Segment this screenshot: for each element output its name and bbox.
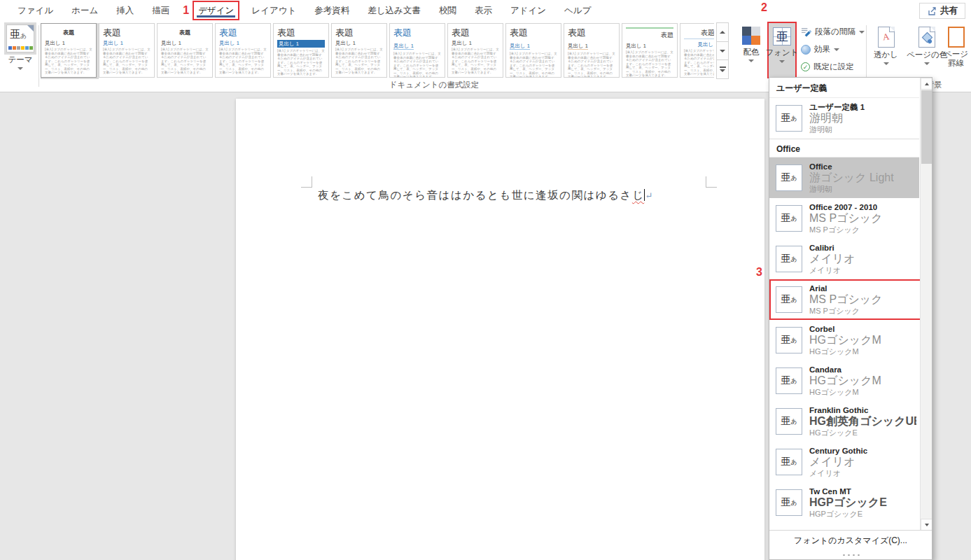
themes-button[interactable]: 亜あ テーマ bbox=[6, 24, 34, 70]
menu-tab-参考資料[interactable]: 参考資料 bbox=[305, 0, 358, 21]
style-set-thumbnail-7[interactable]: 表題見出し 1[挿入] タブのギャラリーには、文書全体の体裁に合わせて調整するた… bbox=[389, 23, 445, 78]
paragraph-spacing-button[interactable]: 段落の間隔 bbox=[801, 27, 865, 37]
menu-tab-挿入[interactable]: 挿入 bbox=[107, 0, 143, 21]
page-color-icon bbox=[918, 27, 935, 48]
share-label: 共有 bbox=[940, 5, 958, 17]
style-set-thumbnail-9[interactable]: 表題見出し 1[挿入] タブのギャラリーには、文書全体の体裁に合わせて調整するた… bbox=[505, 23, 561, 78]
menu-bar: ファイルホーム挿入描画1デザインレイアウト参考資料差し込み文書校閲表示アドインヘ… bbox=[0, 0, 971, 21]
style-set-thumbnail-4[interactable]: 表題見出し 1[挿入] タブのギャラリーには、文書全体の体裁に合わせて調整するた… bbox=[215, 23, 271, 78]
theme-colors-button[interactable]: 配色 bbox=[742, 27, 760, 62]
font-section-header: ユーザー定義 bbox=[769, 78, 919, 98]
document-page[interactable]: 夜をこめて鳥のそら音ははかるとも世に逢坂の関はゆるさじ↵ bbox=[236, 99, 764, 560]
theme-fonts-button[interactable]: 亜 フォント bbox=[767, 22, 797, 78]
menu-tab-ファイル[interactable]: ファイル bbox=[8, 0, 62, 21]
thumbnail-heading: 見出し 1 bbox=[335, 40, 383, 46]
set-default-label: 既定に設定 bbox=[813, 62, 854, 72]
chevron-down-icon bbox=[18, 67, 23, 70]
scroll-down-button[interactable] bbox=[921, 519, 932, 530]
menu-tab-表示[interactable]: 表示 bbox=[466, 0, 501, 21]
style-set-thumbnail-1[interactable]: 表題見出し 1[挿入] タブのギャラリーには、文書全体の体裁に合わせて調整するた… bbox=[41, 23, 97, 78]
style-set-thumbnail-11[interactable]: 表題見出し 1[挿入] タブのギャラリーには、文書全体の体裁に合わせて調整するた… bbox=[622, 23, 678, 78]
font-set-item-Calibri[interactable]: 亜あCalibriメイリオメイリオ bbox=[769, 239, 919, 279]
thumbnail-body-text: [挿入] タブのギャラリーには、文書全体の体裁に合わせて調整するためのアイテムが… bbox=[103, 48, 151, 75]
thumbnail-heading: 見出し 1 bbox=[393, 43, 414, 50]
font-set-item-Office[interactable]: 亜あOffice游ゴシック Light游明朝 bbox=[769, 158, 919, 198]
resize-grip[interactable] bbox=[769, 551, 932, 559]
font-secondary-sample: MS Pゴシック bbox=[809, 307, 883, 315]
effects-button[interactable]: 効果 bbox=[801, 44, 839, 55]
style-set-thumbnail-10[interactable]: 表題見出し 1[挿入] タブのギャラリーには、文書全体の体裁に合わせて調整するた… bbox=[564, 23, 620, 78]
font-secondary-sample: メイリオ bbox=[809, 266, 855, 274]
menu-tab-デザイン[interactable]: デザイン bbox=[193, 1, 239, 20]
font-set-name: Corbel bbox=[809, 325, 881, 334]
menu-tab-ホーム[interactable]: ホーム bbox=[62, 0, 107, 21]
menu-tab-アドイン[interactable]: アドイン bbox=[501, 0, 555, 21]
palette-swatch bbox=[751, 36, 760, 45]
scroll-up-button[interactable] bbox=[921, 78, 932, 90]
font-set-item-Franklin-Gothic[interactable]: 亜あFranklin GothicHG創英角ゴシックUBHGゴシックE bbox=[769, 401, 919, 442]
scrollbar[interactable] bbox=[920, 78, 932, 530]
font-secondary-sample: HGゴシックM bbox=[809, 347, 881, 356]
thumbnail-heading: 見出し 1 bbox=[45, 40, 92, 46]
menu-tab-描画[interactable]: 描画 bbox=[143, 0, 179, 21]
font-set-name: Tw Cen MT bbox=[809, 487, 887, 496]
thumbnail-title: 表題 bbox=[452, 27, 499, 38]
page-color-button[interactable]: ページの色 bbox=[907, 27, 947, 65]
share-button[interactable]: 共有 bbox=[919, 3, 965, 19]
menu-tab-差し込み文書[interactable]: 差し込み文書 bbox=[358, 0, 430, 21]
font-set-name: ユーザー定義 1 bbox=[809, 103, 865, 112]
triangle-up-icon bbox=[720, 31, 725, 34]
triangle-up-icon bbox=[925, 83, 929, 85]
chevron-down-icon bbox=[748, 59, 754, 62]
font-set-item-Corbel[interactable]: 亜あCorbelHGゴシックMHGゴシックM bbox=[769, 320, 919, 360]
font-set-item-ユーザー定義-1[interactable]: 亜あユーザー定義 1游明朝游明朝 bbox=[769, 98, 919, 139]
font-set-name: Century Gothic bbox=[809, 447, 867, 456]
style-set-thumbnail-5[interactable]: 表題見出し 1[挿入] タブのギャラリーには、文書全体の体裁に合わせて調整するた… bbox=[273, 23, 329, 78]
thumbnail-title: 表題 bbox=[335, 27, 383, 38]
palette-icon bbox=[742, 27, 760, 45]
thumbnail-heading: 見出し 1 bbox=[219, 40, 267, 46]
font-set-item-Office-2007---2010[interactable]: 亜あOffice 2007 - 2010MS PゴシックMS Pゴシック bbox=[769, 198, 919, 239]
watermark-button[interactable]: A 透かし bbox=[874, 27, 898, 65]
style-set-thumbnail-8[interactable]: 表題見出し 1[挿入] タブのギャラリーには、文書全体の体裁に合わせて調整するた… bbox=[447, 23, 503, 78]
menu-tab-ヘルプ[interactable]: ヘルプ bbox=[555, 0, 600, 21]
theme-fonts-dropdown: ユーザー定義亜あユーザー定義 1游明朝游明朝Office亜あOffice游ゴシッ… bbox=[769, 77, 932, 560]
paragraph-spacing-label: 段落の間隔 bbox=[815, 27, 855, 37]
set-as-default-button[interactable]: ✓ 既定に設定 bbox=[801, 62, 854, 72]
font-primary-sample: HGPゴシックE bbox=[809, 496, 887, 509]
style-set-thumbnail-12[interactable]: 表題見出し 1[挿入] タブのギャラリーには、文書全体の体裁に合わせて調整するた… bbox=[680, 23, 714, 78]
font-set-item-Tw-Cen-MT[interactable]: 亜あTw Cen MTHGPゴシックEHGPゴシックE bbox=[769, 482, 919, 523]
style-set-thumbnail-6[interactable]: 表題見出し 1[挿入] タブのギャラリーには、文書全体の体裁に合わせて調整するた… bbox=[331, 23, 387, 78]
gallery-more-button[interactable] bbox=[716, 59, 729, 79]
menu-tab-レイアウト[interactable]: レイアウト bbox=[242, 0, 305, 21]
font-secondary-sample: HGゴシックE bbox=[809, 428, 916, 437]
thumbnail-heading: 見出し 1 bbox=[684, 41, 714, 48]
font-set-item-Candara[interactable]: 亜あCandaraHGゴシックMHGゴシックM bbox=[769, 360, 919, 401]
font-sample-icon: 亜あ bbox=[776, 286, 802, 313]
palette-swatch bbox=[742, 27, 751, 36]
menu-tab-校閲[interactable]: 校閲 bbox=[430, 0, 466, 21]
thumbnail-body-text: [挿入] タブのギャラリーには、文書全体の体裁に合わせて調整するためのアイテムが… bbox=[684, 49, 714, 76]
style-set-thumbnail-3[interactable]: 表題見出し 1[挿入] タブのギャラリーには、文書全体の体裁に合わせて調整するた… bbox=[157, 23, 213, 78]
gallery-scroll-up-button[interactable] bbox=[716, 22, 729, 42]
scrollbar-thumb[interactable] bbox=[921, 90, 932, 164]
thumbnail-title: 表題 bbox=[45, 27, 92, 38]
document-text[interactable]: 夜をこめて鳥のそら音ははかるとも世に逢坂の関はゆるさじ↵ bbox=[318, 188, 652, 203]
chevron-down-icon bbox=[924, 62, 930, 65]
gallery-scroll-controls bbox=[716, 23, 729, 79]
font-primary-sample: 游明朝 bbox=[809, 112, 865, 125]
style-set-thumbnail-2[interactable]: 表題見出し 1[挿入] タブのギャラリーには、文書全体の体裁に合わせて調整するた… bbox=[99, 23, 155, 78]
gallery-scroll-down-button[interactable] bbox=[716, 41, 729, 61]
check-icon: ✓ bbox=[801, 62, 810, 71]
font-set-name: Candara bbox=[809, 365, 881, 374]
page-borders-button[interactable]: ページ 罫線 bbox=[944, 27, 968, 68]
font-set-item-Century-Gothic[interactable]: 亜あCentury Gothicメイリオメイリオ bbox=[769, 442, 919, 482]
thumbnail-body-text: [挿入] タブのギャラリーには、文書全体の体裁に合わせて調整するためのアイテムが… bbox=[452, 48, 499, 75]
thumbnail-title: 表題 bbox=[568, 27, 615, 38]
customize-fonts-menu-item[interactable]: フォントのカスタマイズ(C)... bbox=[769, 530, 932, 551]
fonts-label: フォント bbox=[765, 48, 798, 58]
font-secondary-sample: メイリオ bbox=[809, 469, 867, 477]
chevron-down-icon bbox=[779, 60, 785, 63]
font-set-item-Arial[interactable]: 亜あArialMS PゴシックMS Pゴシック bbox=[769, 279, 919, 320]
fonts-icon: 亜 bbox=[773, 27, 791, 46]
